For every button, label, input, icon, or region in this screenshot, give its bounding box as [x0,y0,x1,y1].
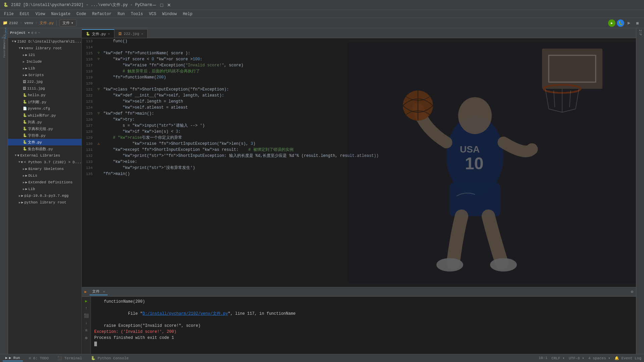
line-content[interactable]: s = "kw">input("str">'请输入 --> ') [102,123,636,129]
run-more-button[interactable]: ≡ [83,327,89,334]
tree-item-5[interactable]: ▶▶Lib [8,65,82,72]
menu-item-view[interactable]: View [33,11,48,17]
menu-item-navigate[interactable]: Navigate [48,11,73,17]
tree-item-20[interactable]: ▶▶Binary Skeletons [8,166,82,172]
tab-file-jpg[interactable]: 🖼 222.jpg ✕ [114,29,148,38]
cursor-position: 10:1 [539,356,547,360]
menu-item-refactor[interactable]: Refactor [90,11,114,17]
run-scroll-down-button[interactable]: ↓ [83,320,89,326]
close-button[interactable]: ✕ [167,3,171,7]
menu-item-code[interactable]: Code [74,11,89,17]
todo-bottom-tab[interactable]: ≡ 6: TODO [26,356,51,361]
line-content[interactable]: "kw">except "fn">ShortInputException "kw… [102,147,636,153]
tree-item-3[interactable]: ▶▶121 [8,52,82,58]
tab-close-jpg[interactable]: ✕ [141,32,143,36]
line-content[interactable]: "kw">class "fn">ShortInputException("fn"… [102,86,636,93]
line-content[interactable]: "kw">self.length = length [102,99,636,105]
tab-close-py[interactable]: ✕ [108,32,110,36]
menu-item-run[interactable]: Run [115,11,127,17]
tree-item-22[interactable]: ▶▶Extended Definitions [8,179,82,186]
tree-item-12[interactable]: 🐍while和for.py [8,112,82,119]
tree-item-8[interactable]: 🖼1111.jpg [8,85,82,92]
menu-item-window[interactable]: Window [160,11,179,17]
tree-item-1[interactable]: ▼▼2102 D:\install\pycharm\21... [8,38,82,45]
line-content[interactable]: # 触发异常后，后面的代码就不会再执行了 [102,68,636,74]
line-content[interactable]: "kw">def __init__("kw">self, length, atl… [102,93,636,99]
menu-item-vcs[interactable]: VCS [146,11,159,17]
line-content[interactable]: "kw">def "fn">functionName( score ): [102,50,636,56]
project-label[interactable]: 2102 [9,21,18,25]
line-content[interactable]: "kw">try: [102,117,636,123]
line-content[interactable]: func() [102,38,636,44]
maximize-button[interactable]: □ [159,3,164,7]
line-separator[interactable]: CRLF ▾ [551,356,565,360]
venv-label[interactable]: venv [24,21,33,25]
tree-item-11[interactable]: 📄pyvenv.cfg [8,105,82,112]
line-number: 132 [82,153,95,159]
tree-item-4[interactable]: ▶Include [8,58,82,65]
coverage-button[interactable]: ▶ [626,20,632,26]
tree-item-2[interactable]: ▼▼venv library root [8,45,82,52]
run-button[interactable]: ▶ [608,19,615,27]
tree-item-10[interactable]: 🐍if判断.py [8,99,82,105]
menu-item-file[interactable]: File [1,11,16,17]
line-gutter: ▽ [95,111,102,117]
tree-item-25[interactable]: ▶▶python library root [8,199,82,206]
tree-item-23[interactable]: ▶▶Lib [8,186,82,192]
encoding[interactable]: UTF-8 ▾ [569,356,584,360]
right-sidebar-icon-1[interactable]: 2:F [638,29,642,36]
run-settings-icon[interactable]: ⚙ [631,289,633,294]
scroll-to-source-icon[interactable]: ⊙ [35,31,37,35]
line-content[interactable]: "fn">main() [102,171,636,177]
tree-item-6[interactable]: ▶▶Scripts [8,72,82,78]
line-content[interactable]: "fn">functionName(200) [102,74,636,80]
tree-item-13[interactable]: 🐍列表.py [8,119,82,125]
menu-item-tools[interactable]: Tools [128,11,146,17]
indent-size[interactable]: 4 spaces ▾ [588,356,610,360]
tree-item-16[interactable]: 🐍文件.py [8,139,82,145]
svg-point-8 [490,258,517,272]
line-content[interactable]: "kw">print("str">'"fn">ShortInputExcepti… [102,153,636,159]
line-content[interactable]: "kw">def "fn">main(): [102,111,636,117]
line-content[interactable]: "kw">if "kw">len(s) < 3: [102,129,636,135]
terminal-bottom-tab[interactable]: ⬛ Terminal [55,355,85,361]
settings-icon[interactable]: ⚙ [31,31,33,35]
minimize-button[interactable]: ─ [152,3,157,7]
line-content[interactable]: "kw">self.atleast = atleast [102,105,636,111]
line-number: 118 [82,68,95,74]
tree-item-17[interactable]: 🐍集合和函数.py [8,145,82,152]
tree-item-15[interactable]: 🐍字符串.py [8,132,82,139]
code-editor[interactable]: 10 USA 113 fun [82,38,636,287]
profile-button[interactable]: ⏹ [634,20,641,26]
file-path-link[interactable]: D:/install/pycharm/2102/venv/文件.py [143,311,228,316]
event-log[interactable]: 🔔 Event Log [614,356,641,360]
tree-item-14[interactable]: 🐍字典和元组.py [8,125,82,132]
tab-file-py[interactable]: 🐍 文件.py ✕ [82,29,114,38]
run-settings-side-icon[interactable]: ⚙ [83,335,89,341]
tree-item-24[interactable]: ▶▶pip-19.0.3-py3.7.egg [8,192,82,199]
debug-button[interactable]: 🐛 [617,19,624,27]
run-scroll-up-button[interactable]: ↑ [83,305,89,311]
menu-item-edit[interactable]: Edit [17,11,32,17]
favorites-sidebar-icon[interactable]: Favorites [1,47,7,54]
run-tab-file[interactable]: 文件 ✕ [90,288,108,295]
menu-item-help[interactable]: Help [180,11,195,17]
line-content[interactable]: "kw">raise "fn">ShortInputException("kw"… [102,141,636,147]
tree-arrow: ▶ [23,187,24,191]
python-console-bottom-tab[interactable]: 🐍 Python Console [88,355,131,361]
tree-item-21[interactable]: ▶▶DLLs [8,172,82,179]
tree-item-7[interactable]: 🖼222.jpg [8,78,82,85]
tree-item-9[interactable]: 🐍hello.py [8,92,82,99]
tree-item-19[interactable]: ▼▼< Python 3.7 (2102) > D... [8,159,82,166]
line-content[interactable]: # "kw">raise引发一个你定义的异常 [102,135,636,141]
tree-item-18[interactable]: ▼▼External Libraries [8,152,82,159]
line-content[interactable]: "kw">raise "fn">Exception("Invalid score… [102,62,636,68]
run-restart-button[interactable]: ▶ [83,298,89,304]
run-config-dropdown[interactable]: 文件 ▾ [59,19,76,26]
run-stop-button[interactable]: ⬛ [83,313,89,319]
line-content[interactable]: "kw">else: [102,159,636,165]
collapse-icon[interactable]: – [38,31,40,35]
line-content[interactable]: "kw">if score < 0 "kw">or score >100: [102,56,636,62]
run-bottom-tab[interactable]: ▶ ▶ Run [3,355,23,361]
line-content[interactable]: "kw">print("str">'没有异常发生') [102,165,636,171]
